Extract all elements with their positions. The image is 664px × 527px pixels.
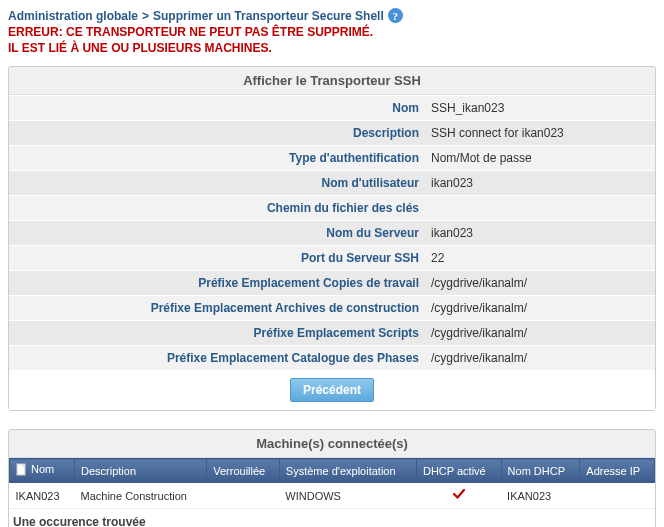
col-os[interactable]: Système d'exploitation: [279, 459, 416, 483]
help-icon[interactable]: ?: [388, 8, 403, 23]
field-value: /cygdrive/ikanalm/: [427, 346, 655, 370]
field-row: Nom du Serveurikan023: [9, 220, 655, 245]
breadcrumb: Administration globale > Supprimer un Tr…: [8, 8, 656, 23]
table-cell: [580, 483, 655, 509]
field-label: Port du Serveur SSH: [9, 246, 427, 270]
field-row: Préfixe Emplacement Archives de construc…: [9, 295, 655, 320]
field-label: Nom: [9, 96, 427, 120]
field-row: Préfixe Emplacement Catalogue des Phases…: [9, 345, 655, 370]
field-label: Chemin du fichier des clés: [9, 196, 427, 220]
machines-panel: Machine(s) connectée(s) Nom Description …: [8, 429, 656, 527]
field-label: Nom d'utilisateur: [9, 171, 427, 195]
field-value: SSH_ikan023: [427, 96, 655, 120]
col-dhcp[interactable]: DHCP activé: [416, 459, 501, 483]
field-label: Préfixe Emplacement Archives de construc…: [9, 296, 427, 320]
field-value: /cygdrive/ikanalm/: [427, 271, 655, 295]
field-row: Chemin du fichier des clés: [9, 195, 655, 220]
field-label: Type d'authentification: [9, 146, 427, 170]
field-value: [427, 196, 655, 220]
field-value: ikan023: [427, 221, 655, 245]
button-bar: Précédent: [9, 370, 655, 410]
status-text: Une occurence trouvée: [9, 509, 655, 527]
machines-panel-title: Machine(s) connectée(s): [9, 430, 655, 458]
col-name[interactable]: Nom: [10, 459, 75, 483]
field-value: SSH connect for ikan023: [427, 121, 655, 145]
table-cell: IKAN023: [501, 483, 580, 509]
table-cell: Machine Construction: [75, 483, 207, 509]
field-row: NomSSH_ikan023: [9, 95, 655, 120]
field-label: Nom du Serveur: [9, 221, 427, 245]
field-label: Préfixe Emplacement Copies de travail: [9, 271, 427, 295]
field-label: Description: [9, 121, 427, 145]
svg-rect-0: [17, 464, 25, 475]
field-label: Préfixe Emplacement Scripts: [9, 321, 427, 345]
field-value: Nom/Mot de passe: [427, 146, 655, 170]
col-locked[interactable]: Verrouillée: [207, 459, 280, 483]
col-desc[interactable]: Description: [75, 459, 207, 483]
error-line1: ERREUR: CE TRANSPORTEUR NE PEUT PAS ÊTRE…: [8, 25, 656, 41]
col-ip[interactable]: Adresse IP: [580, 459, 655, 483]
breadcrumb-page: Supprimer un Transporteur Secure Shell: [153, 9, 384, 23]
field-label: Préfixe Emplacement Catalogue des Phases: [9, 346, 427, 370]
field-row: Préfixe Emplacement Copies de travail/cy…: [9, 270, 655, 295]
col-dhcpname[interactable]: Nom DHCP: [501, 459, 580, 483]
field-value: /cygdrive/ikanalm/: [427, 296, 655, 320]
breadcrumb-section[interactable]: Administration globale: [8, 9, 138, 23]
transporter-panel: Afficher le Transporteur SSH NomSSH_ikan…: [8, 66, 656, 411]
table-cell: WINDOWS: [279, 483, 416, 509]
table-cell: [207, 483, 280, 509]
field-value: /cygdrive/ikanalm/: [427, 321, 655, 345]
machines-table: Nom Description Verrouillée Système d'ex…: [9, 458, 655, 509]
error-line2: IL EST LIÉ À UNE OU PLUSIEURS MACHINES.: [8, 41, 656, 57]
file-icon: [16, 463, 28, 478]
breadcrumb-sep: >: [142, 9, 149, 23]
error-message: ERREUR: CE TRANSPORTEUR NE PEUT PAS ÊTRE…: [8, 25, 656, 56]
field-row: Type d'authentificationNom/Mot de passe: [9, 145, 655, 170]
table-row[interactable]: IKAN023Machine ConstructionWINDOWSIKAN02…: [10, 483, 655, 509]
field-value: 22: [427, 246, 655, 270]
field-row: Port du Serveur SSH22: [9, 245, 655, 270]
table-cell: IKAN023: [10, 483, 75, 509]
field-row: DescriptionSSH connect for ikan023: [9, 120, 655, 145]
check-icon: [416, 483, 501, 509]
back-button[interactable]: Précédent: [290, 378, 374, 402]
field-value: ikan023: [427, 171, 655, 195]
transporter-panel-title: Afficher le Transporteur SSH: [9, 67, 655, 95]
field-row: Préfixe Emplacement Scripts/cygdrive/ika…: [9, 320, 655, 345]
field-row: Nom d'utilisateurikan023: [9, 170, 655, 195]
